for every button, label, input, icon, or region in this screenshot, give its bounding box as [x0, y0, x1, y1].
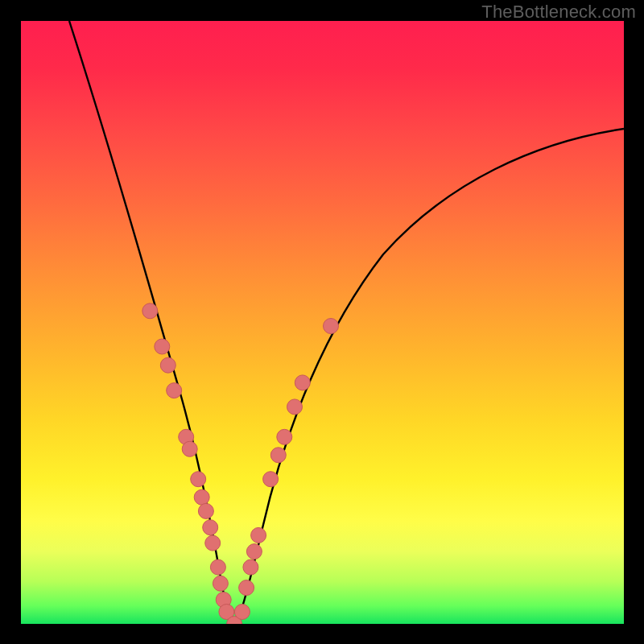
data-marker	[205, 535, 221, 551]
data-marker	[263, 472, 279, 487]
data-marker	[243, 559, 258, 575]
data-marker	[251, 527, 266, 543]
data-marker	[167, 383, 182, 398]
data-marker	[203, 520, 218, 535]
watermark-text: TheBottleneck.com	[481, 2, 636, 23]
data-marker	[270, 448, 286, 463]
data-marker	[182, 441, 197, 456]
data-marker	[295, 375, 310, 390]
data-marker	[155, 339, 170, 354]
data-marker	[198, 503, 213, 518]
data-marker	[287, 399, 303, 415]
plot-frame	[21, 21, 624, 624]
data-marker	[142, 303, 158, 319]
data-marker	[324, 319, 339, 334]
curve-layer	[21, 21, 624, 624]
data-marker	[194, 489, 209, 505]
data-markers	[142, 303, 339, 624]
data-marker	[191, 472, 206, 487]
bottleneck-curve	[69, 21, 624, 623]
data-marker	[277, 429, 292, 444]
data-marker	[234, 605, 250, 620]
data-marker	[213, 576, 228, 591]
data-marker	[160, 357, 175, 373]
data-marker	[246, 544, 262, 559]
data-marker	[210, 559, 225, 575]
data-marker	[239, 580, 254, 596]
